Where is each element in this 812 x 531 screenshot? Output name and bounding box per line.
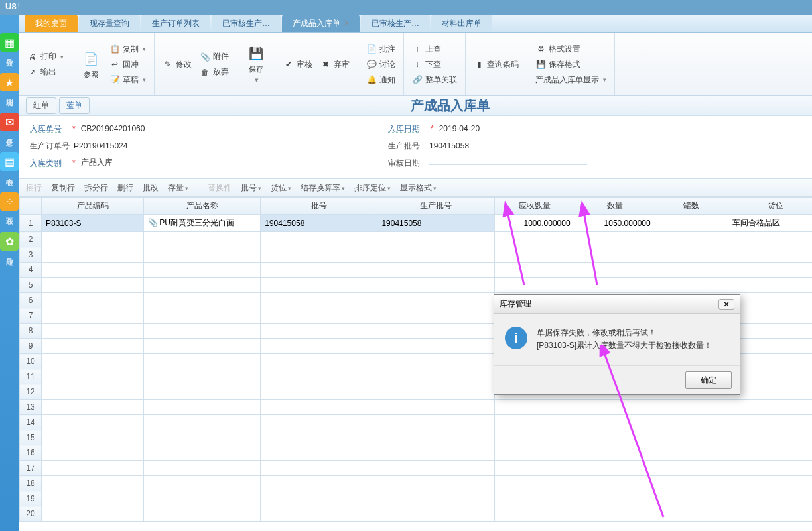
audit-button[interactable]: ✔审核 xyxy=(281,58,315,72)
cell[interactable] xyxy=(494,506,575,522)
cell[interactable] xyxy=(494,445,575,461)
cell[interactable] xyxy=(377,247,494,263)
cell[interactable]: 车间合格品区 xyxy=(728,215,812,232)
cell[interactable] xyxy=(728,263,812,278)
cell[interactable] xyxy=(377,461,494,476)
sidebar-center[interactable]: ▤表中心 xyxy=(0,152,19,172)
cell[interactable] xyxy=(42,400,144,415)
cell[interactable] xyxy=(377,430,494,445)
cell[interactable] xyxy=(261,384,377,400)
cell[interactable] xyxy=(377,491,494,506)
discuss-button[interactable]: 💬讨论 xyxy=(364,58,398,72)
cell[interactable] xyxy=(377,384,494,400)
cell[interactable] xyxy=(261,232,377,247)
cell[interactable] xyxy=(377,339,494,354)
cell[interactable] xyxy=(655,476,728,491)
whole-link-button[interactable]: 🔗整单关联 xyxy=(409,73,460,87)
cell[interactable] xyxy=(575,506,655,522)
cell[interactable] xyxy=(42,263,144,278)
notify-button[interactable]: 🔔通知 xyxy=(364,73,398,87)
abandon-button[interactable]: ✖弃审 xyxy=(318,58,352,72)
table-row[interactable]: 15 xyxy=(20,430,813,445)
table-row[interactable]: 17 xyxy=(20,461,813,476)
cell[interactable] xyxy=(377,506,494,522)
tab-finished-in[interactable]: 产成品入库单× xyxy=(282,15,360,32)
cell[interactable] xyxy=(728,445,812,461)
cell[interactable]: P83103-S xyxy=(42,215,144,232)
cell[interactable] xyxy=(144,461,261,476)
cell[interactable] xyxy=(728,369,812,384)
cell[interactable] xyxy=(42,476,144,491)
cell[interactable] xyxy=(575,247,655,263)
cell[interactable] xyxy=(728,247,812,263)
cell[interactable] xyxy=(575,430,655,445)
cell[interactable] xyxy=(144,476,261,491)
cell[interactable] xyxy=(575,445,655,461)
cell[interactable] xyxy=(655,247,728,263)
cell[interactable] xyxy=(42,384,144,400)
tb-batchno[interactable]: 批号▾ xyxy=(241,182,261,194)
tb-copy[interactable]: 复制行 xyxy=(51,182,75,194)
cell[interactable] xyxy=(144,384,261,400)
cell[interactable] xyxy=(728,308,812,324)
tab-audited-prod-1[interactable]: 已审核生产… xyxy=(212,15,281,32)
tab-desktop[interactable]: 我的桌面 xyxy=(25,15,78,32)
discard-button[interactable]: 🗑放弃 xyxy=(197,65,232,79)
blue-doc-button[interactable]: 蓝单 xyxy=(59,97,90,114)
table-row[interactable]: 14 xyxy=(20,415,813,430)
tb-insert[interactable]: 插行 xyxy=(26,182,42,194)
display-button[interactable]: 产成品入库单显示▾ xyxy=(533,73,609,87)
cell[interactable] xyxy=(261,339,377,354)
cell[interactable]: 1050.000000 xyxy=(575,215,655,232)
field-no[interactable]: CB201904201060 xyxy=(81,123,229,135)
cell[interactable] xyxy=(494,415,575,430)
cell[interactable] xyxy=(377,324,494,339)
tb-split[interactable]: 拆分行 xyxy=(84,182,108,194)
cell[interactable] xyxy=(261,354,377,369)
cell[interactable] xyxy=(261,308,377,324)
field-type[interactable]: 产品入库 xyxy=(81,156,229,170)
down-query-button[interactable]: ↓下查 xyxy=(409,58,460,72)
print-button[interactable]: 🖨打印▾ xyxy=(25,50,66,64)
cell[interactable] xyxy=(377,293,494,308)
cell[interactable] xyxy=(261,430,377,445)
cell[interactable] xyxy=(494,430,575,445)
cell[interactable] xyxy=(655,506,728,522)
cell[interactable] xyxy=(494,476,575,491)
cell[interactable] xyxy=(144,278,261,293)
cell[interactable] xyxy=(261,476,377,491)
table-row[interactable]: 5 xyxy=(20,278,813,293)
cell[interactable] xyxy=(728,354,812,369)
save-button[interactable]: 💾保存▾ xyxy=(243,42,269,87)
cell[interactable] xyxy=(42,461,144,476)
up-query-button[interactable]: ↑上查 xyxy=(409,42,460,56)
sidebar-biz[interactable]: ⁘业互联 xyxy=(0,192,19,212)
tb-stock[interactable]: 存量▾ xyxy=(168,182,188,194)
tb-display[interactable]: 显示格式▾ xyxy=(400,182,437,194)
cell[interactable] xyxy=(42,430,144,445)
field-prod-order[interactable]: P20190415024 xyxy=(74,140,229,152)
field-prod-batch[interactable]: 190415058 xyxy=(429,140,587,152)
col-header[interactable]: 应收数量 xyxy=(494,198,575,215)
cell[interactable] xyxy=(655,445,728,461)
table-row[interactable]: 4 xyxy=(20,263,813,278)
cell[interactable] xyxy=(728,430,812,445)
tb-conv[interactable]: 结存换算率▾ xyxy=(301,182,345,194)
cell[interactable] xyxy=(655,415,728,430)
cell[interactable] xyxy=(494,461,575,476)
attachment-button[interactable]: 📎附件 xyxy=(197,50,232,64)
cell[interactable] xyxy=(377,263,494,278)
dialog-close-button[interactable]: ✕ xyxy=(718,299,734,310)
cell[interactable] xyxy=(261,415,377,430)
query-barcode-button[interactable]: ▮查询条码 xyxy=(471,58,521,72)
table-row[interactable]: 18 xyxy=(20,476,813,491)
tb-loc[interactable]: 货位▾ xyxy=(271,182,291,194)
cell[interactable] xyxy=(655,215,728,232)
sidebar-func[interactable]: ★用功能 xyxy=(0,73,19,93)
cell[interactable] xyxy=(261,247,377,263)
cell[interactable] xyxy=(494,247,575,263)
cell[interactable] xyxy=(144,369,261,384)
output-button[interactable]: ↗输出 xyxy=(25,65,66,79)
cell[interactable] xyxy=(144,247,261,263)
table-row[interactable]: 2 xyxy=(20,232,813,247)
